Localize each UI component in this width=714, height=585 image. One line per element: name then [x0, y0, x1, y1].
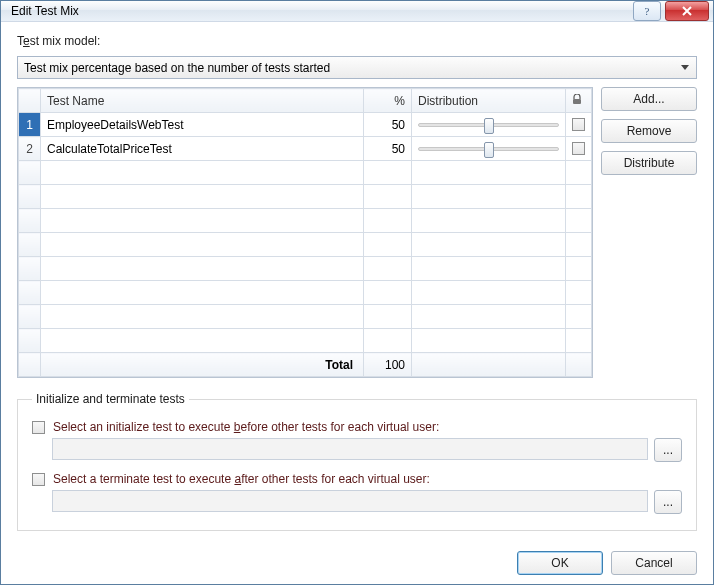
initialize-browse-button[interactable]: ... — [654, 438, 682, 462]
row-lock — [566, 137, 592, 161]
terminate-row: Select a terminate test to execute after… — [32, 472, 682, 486]
test-mix-table: Test Name % Distribution 1 EmployeeDetai… — [18, 88, 592, 377]
lock-checkbox[interactable] — [572, 142, 585, 155]
model-dropdown-value: Test mix percentage based on the number … — [24, 61, 330, 75]
ok-button-label: OK — [551, 556, 568, 570]
init-terminate-group: Initialize and terminate tests Select an… — [17, 392, 697, 531]
distribution-slider[interactable] — [418, 123, 559, 127]
initialize-path-row: ... — [52, 438, 682, 462]
row-distribution — [412, 113, 566, 137]
remove-button[interactable]: Remove — [601, 119, 697, 143]
header-index — [19, 89, 41, 113]
help-button[interactable]: ? — [633, 1, 661, 21]
svg-rect-1 — [573, 99, 581, 104]
mid-row: Test Name % Distribution 1 EmployeeDetai… — [17, 87, 697, 378]
initialize-checkbox[interactable] — [32, 421, 45, 434]
lock-icon — [572, 94, 582, 105]
init-terminate-legend: Initialize and terminate tests — [32, 392, 189, 406]
cancel-button[interactable]: Cancel — [611, 551, 697, 575]
side-buttons: Add... Remove Distribute — [601, 87, 697, 378]
ok-button[interactable]: OK — [517, 551, 603, 575]
total-label: Total — [41, 353, 364, 377]
dialog-footer: OK Cancel — [1, 543, 713, 585]
header-distribution: Distribution — [412, 89, 566, 113]
lock-checkbox[interactable] — [572, 118, 585, 131]
slider-thumb[interactable] — [484, 142, 494, 158]
row-percent[interactable]: 50 — [364, 137, 412, 161]
titlebar: Edit Test Mix ? — [1, 1, 713, 22]
model-label: Test mix model: — [17, 34, 697, 48]
table-header-row: Test Name % Distribution — [19, 89, 592, 113]
row-index: 1 — [19, 113, 41, 137]
initialize-row: Select an initialize test to execute bef… — [32, 420, 682, 434]
table-row-empty — [19, 161, 592, 185]
window-buttons: ? — [633, 1, 709, 21]
row-name[interactable]: CalculateTotalPriceTest — [41, 137, 364, 161]
distribute-button[interactable]: Distribute — [601, 151, 697, 175]
chevron-down-icon — [676, 58, 694, 77]
table-row[interactable]: 1 EmployeeDetailsWebTest 50 — [19, 113, 592, 137]
table-row-empty — [19, 185, 592, 209]
table-row-empty — [19, 209, 592, 233]
terminate-path-row: ... — [52, 490, 682, 514]
row-percent[interactable]: 50 — [364, 113, 412, 137]
cancel-button-label: Cancel — [635, 556, 672, 570]
initialize-path-input[interactable] — [52, 438, 648, 460]
terminate-label: Select a terminate test to execute after… — [53, 472, 430, 486]
browse-label: ... — [663, 495, 673, 509]
distribute-button-label: Distribute — [624, 156, 675, 170]
close-button[interactable] — [665, 1, 709, 21]
model-label-accel: e — [23, 34, 30, 48]
header-percent: % — [364, 89, 412, 113]
add-button-label: Add... — [633, 92, 664, 106]
initialize-label: Select an initialize test to execute bef… — [53, 420, 439, 434]
table-row[interactable]: 2 CalculateTotalPriceTest 50 — [19, 137, 592, 161]
table-row-empty — [19, 329, 592, 353]
test-mix-table-wrap: Test Name % Distribution 1 EmployeeDetai… — [17, 87, 593, 378]
terminate-checkbox[interactable] — [32, 473, 45, 486]
table-row-empty — [19, 281, 592, 305]
table-row-empty — [19, 233, 592, 257]
table-row-empty — [19, 305, 592, 329]
content-area: Test mix model: Test mix percentage base… — [1, 22, 713, 543]
row-distribution — [412, 137, 566, 161]
svg-text:?: ? — [645, 5, 650, 17]
distribution-slider[interactable] — [418, 147, 559, 151]
slider-thumb[interactable] — [484, 118, 494, 134]
header-lock — [566, 89, 592, 113]
row-name[interactable]: EmployeeDetailsWebTest — [41, 113, 364, 137]
window-title: Edit Test Mix — [11, 4, 633, 18]
remove-button-label: Remove — [627, 124, 672, 138]
row-lock — [566, 113, 592, 137]
dialog-window: Edit Test Mix ? Test mix model: Test mix… — [0, 0, 714, 585]
total-value: 100 — [364, 353, 412, 377]
model-label-post: st mix model: — [30, 34, 101, 48]
terminate-browse-button[interactable]: ... — [654, 490, 682, 514]
terminate-path-input[interactable] — [52, 490, 648, 512]
table-total-row: Total 100 — [19, 353, 592, 377]
row-index: 2 — [19, 137, 41, 161]
browse-label: ... — [663, 443, 673, 457]
table-row-empty — [19, 257, 592, 281]
header-name: Test Name — [41, 89, 364, 113]
add-button[interactable]: Add... — [601, 87, 697, 111]
model-dropdown[interactable]: Test mix percentage based on the number … — [17, 56, 697, 79]
